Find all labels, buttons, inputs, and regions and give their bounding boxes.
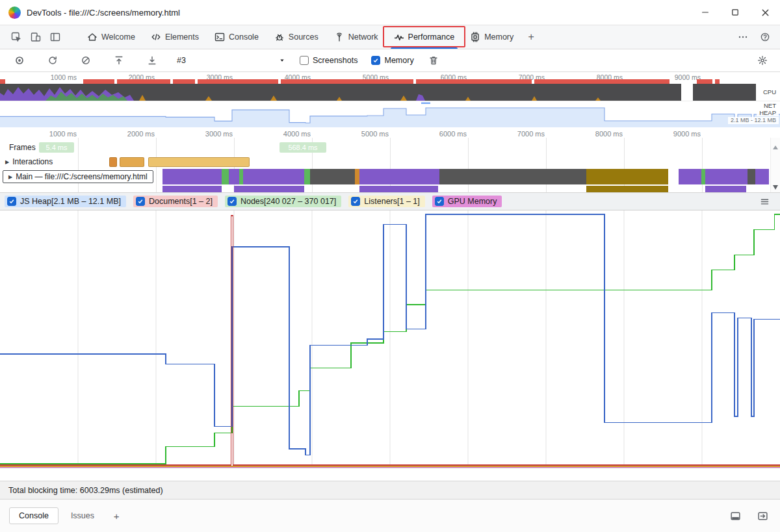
scroll-up-icon[interactable] bbox=[773, 146, 778, 149]
net-heap-overview-strip[interactable]: NET HEAP 2.1 MB - 12.1 MB bbox=[0, 101, 780, 127]
interaction-bar[interactable] bbox=[148, 157, 250, 167]
drawer-tab-console[interactable]: Console bbox=[9, 507, 58, 524]
main-expand-caret[interactable]: ▶ bbox=[8, 174, 12, 180]
tab-network[interactable]: Network bbox=[326, 25, 386, 49]
screenshots-checkbox-box bbox=[300, 56, 309, 65]
window-controls bbox=[690, 0, 780, 25]
drawer-tab-issues[interactable]: Issues bbox=[61, 507, 104, 524]
timeline-overview[interactable]: 1000 ms2000 ms3000 ms4000 ms5000 ms6000 … bbox=[0, 72, 780, 127]
counter-label: Listeners[1 – 1] bbox=[364, 197, 419, 206]
home-icon bbox=[87, 32, 98, 42]
time-tick-label: 7000 ms bbox=[497, 130, 545, 138]
frames-track[interactable]: Frames 5.4 ms568.4 ms bbox=[0, 142, 780, 155]
dock-drawer-button[interactable] bbox=[725, 506, 745, 526]
record-button[interactable] bbox=[10, 51, 29, 70]
expand-drawer-button[interactable] bbox=[753, 506, 772, 526]
net-strip-label: NET bbox=[761, 102, 779, 109]
console-icon bbox=[214, 32, 225, 42]
main-track[interactable]: ▶ Main — file:///C:/screens/memory.html bbox=[0, 169, 780, 184]
flame-chart-segment[interactable] bbox=[359, 169, 439, 184]
flame-chart-segment[interactable] bbox=[586, 186, 668, 192]
checkbox-icon bbox=[435, 197, 444, 206]
flame-chart-segment[interactable] bbox=[705, 169, 748, 184]
interaction-bar[interactable] bbox=[120, 157, 144, 167]
counter-toggle-documents[interactable]: Documents[1 – 2] bbox=[133, 196, 218, 207]
heap-range-label: 2.1 MB - 12.1 MB bbox=[728, 117, 779, 124]
tracks-scrollbar[interactable] bbox=[770, 138, 780, 192]
memory-checkbox[interactable]: Memory bbox=[371, 56, 413, 65]
flame-chart-segment[interactable] bbox=[243, 169, 304, 184]
timeline-ruler[interactable]: 1000 ms2000 ms3000 ms4000 ms5000 ms6000 … bbox=[0, 127, 780, 142]
counters-menu-button[interactable] bbox=[755, 192, 774, 211]
interactions-track[interactable]: ▶ Interactions bbox=[0, 155, 780, 169]
memory-counters-chart[interactable] bbox=[0, 210, 780, 468]
clear-recording-button[interactable] bbox=[76, 51, 96, 70]
checkbox-icon bbox=[7, 197, 16, 206]
flame-chart-segment[interactable] bbox=[705, 186, 746, 192]
interaction-bar[interactable] bbox=[109, 157, 117, 167]
more-options-button[interactable] bbox=[733, 27, 753, 47]
flame-chart-segment[interactable] bbox=[748, 169, 755, 184]
flame-chart-segment[interactable] bbox=[162, 169, 222, 184]
screenshots-checkbox[interactable]: Screenshots bbox=[300, 56, 358, 65]
devtools-logo-icon bbox=[8, 6, 21, 19]
flame-chart-segment[interactable] bbox=[359, 186, 438, 192]
inspect-button[interactable] bbox=[6, 27, 26, 47]
cpu-overview-strip[interactable]: CPU bbox=[0, 84, 780, 101]
device-emulation-button[interactable] bbox=[26, 27, 46, 47]
help-button[interactable] bbox=[755, 27, 775, 47]
add-tool-button[interactable]: + bbox=[521, 27, 541, 47]
counters-legend: JS Heap[2.1 MB – 12.1 MB]Documents[1 – 2… bbox=[0, 192, 780, 210]
flame-chart-segment[interactable] bbox=[679, 169, 701, 184]
clear-icon bbox=[81, 55, 91, 66]
maximize-button[interactable] bbox=[720, 0, 750, 25]
panel-layout-button[interactable] bbox=[46, 27, 65, 47]
counter-toggle-listeners[interactable]: Listeners[1 – 1] bbox=[348, 196, 424, 207]
screenshots-label: Screenshots bbox=[313, 56, 358, 65]
flame-chart-segment[interactable] bbox=[222, 169, 229, 184]
tab-welcome[interactable]: Welcome bbox=[79, 25, 143, 49]
timeline-tracks: 1000 ms2000 ms3000 ms4000 ms5000 ms6000 … bbox=[0, 127, 780, 192]
tab-performance[interactable]: Performance bbox=[386, 25, 463, 49]
devtools-window: DevTools - file:///C:/screens/memory.htm… bbox=[0, 0, 780, 532]
flame-chart-segment[interactable] bbox=[355, 169, 359, 184]
flame-chart-segment[interactable] bbox=[234, 186, 304, 192]
frame-duration-badge[interactable]: 568.4 ms bbox=[280, 142, 326, 153]
scroll-down-icon[interactable] bbox=[773, 185, 778, 190]
tab-elements[interactable]: Elements bbox=[143, 25, 207, 49]
flame-chart-segment[interactable] bbox=[439, 169, 586, 184]
capture-settings-button[interactable] bbox=[753, 51, 772, 70]
total-blocking-time: Total blocking time: 6003.29ms (estimate… bbox=[8, 486, 163, 495]
counter-toggle-nodes[interactable]: Nodes[240 027 – 370 017] bbox=[225, 196, 341, 207]
frame-duration-badge[interactable]: 5.4 ms bbox=[39, 142, 74, 153]
flame-chart-segment[interactable] bbox=[586, 169, 668, 184]
tab-sources[interactable]: Sources bbox=[266, 25, 326, 49]
counter-toggle-js-heap[interactable]: JS Heap[2.1 MB – 12.1 MB] bbox=[5, 196, 126, 207]
tab-console[interactable]: Console bbox=[207, 25, 266, 49]
delete-recording-button[interactable] bbox=[424, 51, 443, 70]
main-track-depth2[interactable] bbox=[0, 186, 780, 192]
close-button[interactable] bbox=[750, 0, 780, 25]
elements-icon bbox=[151, 32, 161, 42]
minimize-button[interactable] bbox=[690, 0, 720, 25]
flame-chart-segment[interactable] bbox=[162, 186, 222, 192]
counter-toggle-gpu-memory[interactable]: GPU Memory bbox=[432, 196, 502, 207]
interactions-expand-caret[interactable]: ▶ bbox=[5, 159, 9, 165]
main-track-header[interactable]: ▶ Main — file:///C:/screens/memory.html bbox=[3, 170, 153, 183]
time-tick-label: 4000 ms bbox=[263, 130, 311, 138]
trash-icon bbox=[428, 55, 439, 66]
flame-chart-segment[interactable] bbox=[310, 169, 355, 184]
recording-select[interactable]: #3 bbox=[177, 56, 286, 65]
add-drawer-tab-button[interactable]: + bbox=[108, 507, 125, 524]
network-icon bbox=[334, 32, 344, 42]
interactions-track-label: Interactions bbox=[12, 157, 53, 166]
tab-memory[interactable]: Memory bbox=[462, 25, 521, 49]
time-tick-label: 5000 ms bbox=[341, 130, 389, 138]
flame-chart-segment[interactable] bbox=[229, 169, 239, 184]
flame-chart-segment[interactable] bbox=[304, 169, 310, 184]
load-profile-button[interactable] bbox=[109, 51, 129, 70]
flame-chart-segment[interactable] bbox=[755, 169, 769, 184]
reload-and-record-button[interactable] bbox=[43, 51, 62, 70]
counter-label: GPU Memory bbox=[448, 197, 497, 206]
save-profile-button[interactable] bbox=[142, 51, 162, 70]
